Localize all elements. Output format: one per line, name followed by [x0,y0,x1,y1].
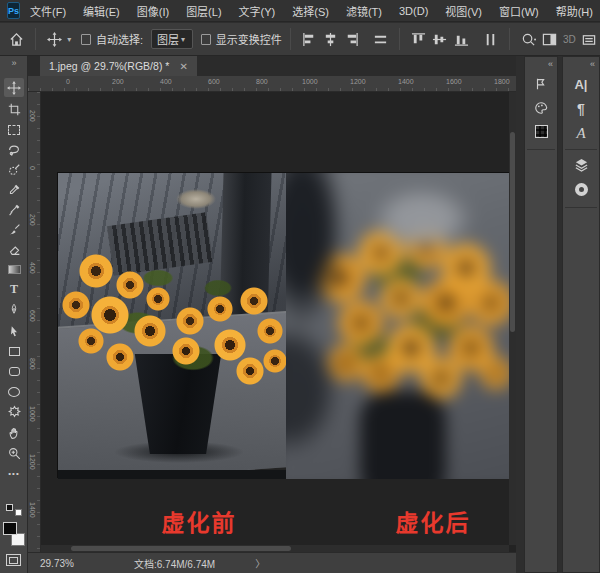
ruler-label: 0 [29,166,36,170]
glyphs-panel-icon[interactable]: A [563,125,599,142]
document-image[interactable] [57,172,512,478]
brush-tool[interactable] [4,220,24,239]
auto-select-dropdown[interactable]: 图层 ▾ [151,29,193,49]
ruler-label: 200 [29,214,36,226]
panel-collapse-chevrons[interactable]: « [590,59,595,69]
canvas-area[interactable]: 虚化前 虚化后 [41,92,516,552]
menu-view[interactable]: 视图(V) [445,3,482,19]
align-vertical-centers-icon[interactable] [431,29,448,49]
home-icon[interactable] [8,29,25,49]
rounded-rectangle-tool[interactable] [4,362,24,381]
show-transform-checkbox[interactable] [201,34,211,45]
crop-tool[interactable] [4,100,24,119]
swap-colors-icon[interactable] [6,504,22,516]
align-top-edges-icon[interactable] [410,29,427,49]
gradient-tool[interactable] [4,260,24,279]
lasso-tool[interactable] [4,140,24,159]
menu-file[interactable]: 文件(F) [30,3,66,19]
document-tab-title: 1.jpeg @ 29.7%(RGB/8) * [49,60,169,72]
document-tab[interactable]: 1.jpeg @ 29.7%(RGB/8) * ✕ [40,56,197,76]
divider [509,28,510,50]
tool-options-bar: ▾ 自动选择: 图层 ▾ 显示变换控件 [0,23,600,56]
menu-3d[interactable]: 3D(D) [399,5,428,17]
panel-column-2: « A| ¶ A [562,56,600,573]
libraries-panel-icon[interactable] [563,183,599,196]
zoom-level-field[interactable]: 29.73% [40,558,92,569]
tools-panel: » T [0,56,28,573]
ruler-label: 800 [29,358,36,370]
move-tool[interactable] [4,78,24,97]
chevron-down-icon[interactable]: ▾ [67,35,71,44]
screen-mode-icon[interactable] [6,554,21,566]
caption-after-blur: 虚化后 [373,504,493,538]
ruler-label: 1600 [446,78,462,85]
ruler-label: 1200 [350,78,366,85]
menu-bar: Ps 文件(F) 编辑(E) 图像(I) 图层(L) 文字(Y) 选择(S) 滤… [0,0,600,22]
move-tool-icon[interactable] [46,29,63,49]
horizontal-scrollbar[interactable] [41,545,509,552]
align-bottom-edges-icon[interactable] [453,29,470,49]
ruler-label: 200 [112,78,124,85]
distribute-horizontal-icon[interactable] [372,29,389,49]
blurred-bucket [360,391,446,479]
align-horizontal-centers-icon[interactable] [322,29,339,49]
swatches-panel-icon[interactable] [525,125,557,138]
toolbar-collapse-chevrons[interactable]: » [0,58,28,68]
quick-selection-tool[interactable] [4,160,24,179]
ruler-label: 1200 [29,454,36,470]
menu-window[interactable]: 窗口(W) [499,3,539,19]
brush-settings-icon[interactable] [525,77,557,91]
foreground-color-swatch[interactable] [3,522,17,535]
auto-select-label: 自动选择: [96,31,143,47]
align-right-edges-icon[interactable] [343,29,360,49]
workspace-toggle-icon[interactable] [541,29,558,49]
menu-edit[interactable]: 编辑(E) [83,3,120,19]
chevron-down-icon: ▾ [181,35,185,44]
path-selection-tool[interactable] [4,322,24,341]
blurred-scene [286,173,513,479]
eyedropper-tool[interactable] [4,180,24,199]
menu-layer[interactable]: 图层(L) [186,3,221,19]
zoom-tool[interactable] [4,444,24,463]
ruler-label: 1400 [29,502,36,518]
type-tool[interactable]: T [4,280,24,299]
zoom-search-icon[interactable] [520,29,537,49]
document-size-info: 文档:6.74M/6.74M [134,556,215,571]
align-left-edges-icon[interactable] [301,29,318,49]
divider [565,149,597,150]
panel-collapse-chevrons[interactable]: « [548,59,553,69]
character-panel-icon[interactable]: A| [563,77,599,92]
rectangular-marquee-tool[interactable] [4,120,24,139]
menu-image[interactable]: 图像(I) [137,3,169,19]
menu-help[interactable]: 帮助(H) [556,3,593,19]
divider [35,28,36,50]
custom-shape-tool[interactable] [4,402,24,421]
ruler-label: 600 [208,78,220,85]
ruler-label: 400 [160,78,172,85]
auto-select-checkbox[interactable] [81,34,91,45]
hand-tool[interactable] [4,424,24,443]
menu-type[interactable]: 文字(Y) [239,3,276,19]
edit-toolbar-ellipsis[interactable]: ••• [4,464,24,483]
ruler-label: 200 [29,110,36,122]
tab-close-icon[interactable]: ✕ [179,61,187,72]
distribute-vertical-icon[interactable] [482,29,499,49]
color-panel-icon[interactable] [525,101,557,115]
pen-tool[interactable] [4,300,24,319]
ellipse-tool[interactable] [4,382,24,401]
status-bar: 29.73% 文档:6.74M/6.74M 〉 [28,552,516,573]
arrange-icon[interactable] [581,29,598,49]
divider [290,28,291,50]
layers-panel-icon[interactable] [563,157,599,172]
eraser-tool[interactable] [4,240,24,259]
menu-filter[interactable]: 滤镜(T) [346,3,382,19]
spot-healing-tool[interactable] [4,200,24,219]
rectangle-tool[interactable] [4,342,24,361]
vertical-scrollbar[interactable] [509,92,516,545]
foreground-background-swatches[interactable] [3,522,25,546]
status-chevron-icon[interactable]: 〉 [255,556,265,571]
menu-select[interactable]: 选择(S) [292,3,329,19]
ruler-label: 0 [66,78,70,85]
sunflower-bouquet [58,173,286,479]
paragraph-panel-icon[interactable]: ¶ [563,101,599,117]
